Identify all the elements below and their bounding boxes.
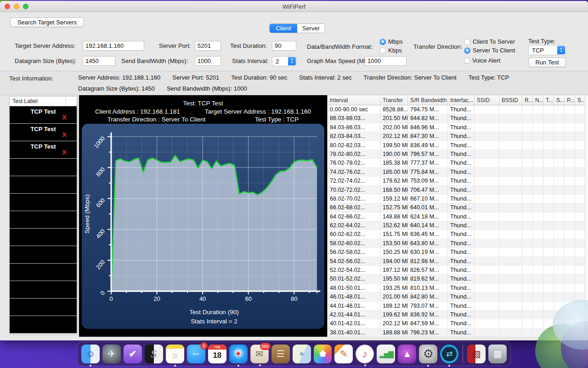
table-cell: 826.57 M... xyxy=(408,266,448,275)
format-kbps-radio[interactable]: Kbps xyxy=(379,47,402,54)
test-label-column-header[interactable]: Test Label xyxy=(10,97,77,106)
table-row[interactable]: 40.01-42.01...202.12 MB847.59 M...Thund.… xyxy=(328,319,588,328)
table-row[interactable]: 38.01-40.01...189.88 MB796.23 M...Thund.… xyxy=(328,328,588,337)
test-run-row[interactable]: TCP TestX xyxy=(10,106,77,124)
table-row[interactable]: 66.02-68.02...152.75 MB640.01 M...Thund.… xyxy=(328,203,588,212)
table-cell: 847.30 M... xyxy=(408,132,448,141)
table-row[interactable]: 74.02-76.02...185.00 MB775.84 M...Thund.… xyxy=(328,168,588,177)
dock-pages-icon[interactable]: ✎ xyxy=(334,345,353,363)
table-row[interactable]: 64.02-66.02...148.88 MB624.18 M...Thund.… xyxy=(328,213,588,221)
table-cell: Thund... xyxy=(448,319,475,328)
table-cell xyxy=(533,275,543,283)
dock-photos-icon[interactable]: ✿ xyxy=(314,345,332,363)
table-row[interactable]: 54.02-56.02...194.00 MB812.98 M...Thund.… xyxy=(328,257,588,266)
table-cell xyxy=(575,221,585,230)
table-row[interactable]: 46.01-48.01...201.00 MB842.80 M...Thund.… xyxy=(328,293,588,301)
table-row[interactable]: 48.01-50.01...193.25 MB810.13 M...Thund.… xyxy=(328,284,588,293)
graph-max-speed-input[interactable] xyxy=(365,56,407,66)
table-row[interactable]: 58.02-60.02...153.50 MB643.80 M...Thund.… xyxy=(328,239,588,248)
table-row[interactable]: 68.02-70.02...159.12 MB667.10 M...Thund.… xyxy=(328,195,588,203)
test-duration-input[interactable] xyxy=(272,41,296,51)
table-row[interactable]: 82.03-84.03...202.12 MB847.30 M...Thund.… xyxy=(328,132,588,141)
column-header[interactable]: Interfac... xyxy=(448,95,475,105)
table-row[interactable]: 0.00-90.00 sec8526.88...794.75 M...Thund… xyxy=(328,105,588,114)
test-run-row[interactable]: TCP TestX xyxy=(10,141,77,159)
column-header[interactable]: S/R Bandwidth xyxy=(408,95,448,105)
column-header[interactable]: T... xyxy=(543,95,554,105)
table-cell xyxy=(554,177,565,185)
table-row[interactable]: 70.02-72.02...168.50 MB706.47 M...Thund.… xyxy=(328,186,588,195)
table-cell xyxy=(533,248,543,257)
table-cell xyxy=(575,213,585,221)
column-header[interactable]: N... xyxy=(533,95,543,105)
test-type-label: Test Type: xyxy=(528,38,555,45)
table-cell xyxy=(522,186,533,195)
dock-omnifocus-icon[interactable]: ✔ xyxy=(124,345,142,363)
table-row[interactable]: 84.03-86.03...202.00 MB846.96 M...Thund.… xyxy=(328,123,588,132)
dock-notes-icon[interactable]: ≡ xyxy=(166,345,184,363)
stats-interval-stepper[interactable]: 2 ▲▼ xyxy=(272,56,297,66)
dock-launchpad-icon[interactable]: ✈ xyxy=(102,345,121,363)
table-scrollbar[interactable] xyxy=(585,95,588,337)
table-cell xyxy=(565,150,575,159)
table-cell: 202.12 MB xyxy=(380,319,408,328)
server-port-input[interactable] xyxy=(195,41,221,51)
window-titlebar[interactable]: WiFiPerf xyxy=(0,1,588,12)
table-row[interactable]: 62.02-64.02...152.62 MB640.14 M...Thund.… xyxy=(328,221,588,230)
table-row[interactable]: 78.02-80.02...190.00 MB796.57 M...Thund.… xyxy=(328,150,588,159)
table-row[interactable]: 50.01-52.02...195.50 MB819.62 M...Thund.… xyxy=(328,275,588,283)
column-header[interactable]: S... xyxy=(575,95,585,105)
column-header[interactable]: SSID xyxy=(475,95,499,105)
dock-itunes-icon[interactable]: ♪ xyxy=(356,345,374,363)
run-test-button[interactable]: Run Test xyxy=(528,58,566,67)
table-cell xyxy=(499,293,522,301)
launchpad-glyph: ✈ xyxy=(108,349,116,358)
dock-calendar-icon[interactable]: FEB18 xyxy=(208,345,226,363)
table-row[interactable]: 72.02-74.02...179.62 MB753.09 M...Thund.… xyxy=(328,177,588,185)
delete-test-icon[interactable]: X xyxy=(62,131,67,138)
table-cell: Thund... xyxy=(448,177,475,185)
voice-alert-checkbox[interactable]: Voice Alert xyxy=(464,57,500,64)
direction-client-to-server-radio[interactable]: Client To Server xyxy=(464,38,515,45)
dock-system-preferences-icon[interactable]: ⚙ xyxy=(419,345,437,363)
column-header[interactable]: R... xyxy=(522,95,533,105)
table-row[interactable]: 86.03-88.03...201.50 MB844.82 M...Thund.… xyxy=(328,114,588,123)
test-type-dropdown[interactable]: TCP ▲▼ xyxy=(528,45,566,55)
table-row[interactable]: 44.01-46.01...189.12 MB793.07 M...Thund.… xyxy=(328,302,588,310)
dock-wifiperf-icon[interactable]: ⇄ xyxy=(440,345,458,363)
column-header[interactable]: BSSID xyxy=(499,95,522,105)
table-row[interactable]: 56.02-58.02...150.25 MB630.19 M...Thund.… xyxy=(328,248,588,257)
dock-contacts-icon[interactable]: ☰ xyxy=(271,345,290,363)
tab-server[interactable]: Server xyxy=(297,24,325,33)
send-bandwidth-input[interactable] xyxy=(195,56,221,66)
column-header[interactable]: P... xyxy=(565,95,575,105)
column-header[interactable]: Interval xyxy=(328,95,380,105)
dock-trash-icon[interactable]: ▦ xyxy=(488,345,507,363)
target-server-address-input[interactable] xyxy=(83,41,144,51)
format-mbps-radio[interactable]: Mbps xyxy=(379,38,403,45)
dock-finder-icon[interactable]: ☺ xyxy=(81,345,100,363)
dock-numbers-icon[interactable]: ▂▅▇ xyxy=(377,345,395,363)
datagram-size-input[interactable] xyxy=(83,56,115,66)
table-row[interactable]: 60.02-62.02...151.75 MB636.45 M...Thund.… xyxy=(328,230,588,239)
svg-text:200: 200 xyxy=(95,259,106,270)
dock-messages-icon[interactable]: •••3 xyxy=(187,345,205,363)
dock-mail-icon[interactable]: ✉656 xyxy=(250,345,269,363)
delete-test-icon[interactable]: X xyxy=(62,113,67,121)
direction-server-to-client-radio[interactable]: Server To Client xyxy=(464,47,515,54)
test-run-row[interactable]: TCP TestX xyxy=(10,124,77,141)
dock-maps-icon[interactable]: ⌖ xyxy=(293,345,311,363)
table-row[interactable]: 76.02-78.02...185.38 MB777.37 M...Thund.… xyxy=(328,159,588,167)
dock-safari-icon[interactable]: ✦ xyxy=(229,345,248,363)
table-row[interactable]: 42.01-44.01...199.62 MB836.92 M...Thund.… xyxy=(328,310,588,319)
dock-document-icon[interactable]: ▨ xyxy=(467,345,486,363)
table-row[interactable]: 80.02-82.03...199.50 MB836.49 M...Thund.… xyxy=(328,141,588,150)
search-target-servers-button[interactable]: Search Target Servers xyxy=(10,17,84,27)
dock-scrivener-icon[interactable]: S xyxy=(145,345,163,363)
column-header[interactable]: S... xyxy=(554,95,565,105)
column-header[interactable]: Transfer xyxy=(380,95,408,105)
table-row[interactable]: 52.02-54.02...197.12 MB826.57 M...Thund.… xyxy=(328,266,588,275)
tab-client[interactable]: Client xyxy=(270,24,297,33)
delete-test-icon[interactable]: X xyxy=(62,148,67,156)
dock-affinity-photo-icon[interactable]: ▲ xyxy=(398,345,416,363)
